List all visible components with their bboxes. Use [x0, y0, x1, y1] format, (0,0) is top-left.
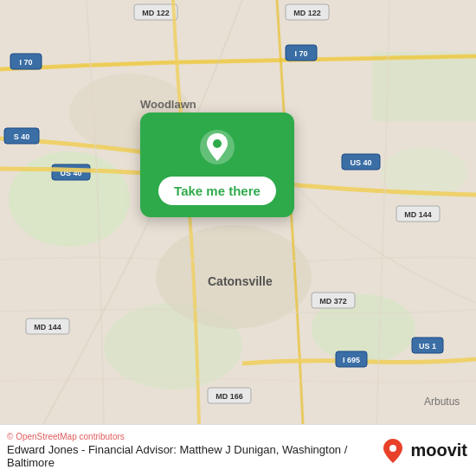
moovit-wordmark: moovit: [410, 441, 467, 460]
svg-text:MD 122: MD 122: [142, 9, 170, 17]
navigation-card: Take me there: [140, 113, 294, 217]
svg-text:I 70: I 70: [294, 49, 307, 58]
location-pin-icon: [198, 128, 236, 166]
take-me-there-button[interactable]: Take me there: [158, 177, 276, 205]
moovit-icon: [379, 437, 407, 465]
svg-point-39: [389, 445, 396, 452]
svg-text:MD 144: MD 144: [34, 323, 61, 331]
moovit-logo: moovit: [379, 437, 467, 465]
svg-point-38: [213, 139, 222, 148]
svg-text:MD 166: MD 166: [215, 392, 243, 401]
svg-text:US 40: US 40: [350, 158, 371, 167]
svg-text:S 40: S 40: [14, 132, 30, 141]
osm-attribution: © OpenStreetMap contributors: [7, 432, 379, 441]
svg-text:I 695: I 695: [343, 356, 360, 364]
location-description: Edward Jones - Financial Advisor: Matthe…: [7, 443, 379, 469]
bottom-info: © OpenStreetMap contributors Edward Jone…: [7, 432, 379, 469]
svg-text:MD 122: MD 122: [293, 9, 321, 17]
svg-text:MD 144: MD 144: [404, 210, 432, 219]
svg-text:I 70: I 70: [19, 58, 32, 67]
bottom-bar: © OpenStreetMap contributors Edward Jone…: [0, 424, 476, 476]
map-container: I 70 I 70 MD 122 MD 122 S 40 US 40 US 40…: [0, 0, 476, 424]
svg-text:MD 372: MD 372: [319, 297, 347, 306]
svg-text:Arbutus: Arbutus: [424, 396, 460, 408]
svg-text:US 1: US 1: [419, 342, 436, 351]
svg-text:Catonsville: Catonsville: [208, 274, 273, 288]
svg-text:Woodlawn: Woodlawn: [140, 98, 196, 111]
